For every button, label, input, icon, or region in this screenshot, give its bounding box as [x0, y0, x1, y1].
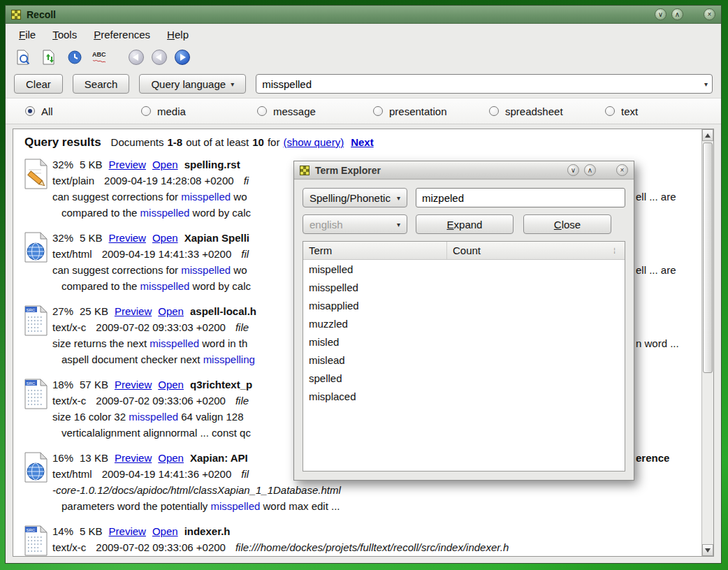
- maximize-button[interactable]: ∧: [671, 8, 683, 20]
- show-query-link[interactable]: (show query): [283, 136, 344, 148]
- arrow-left-icon: [156, 54, 161, 61]
- svg-text:SRC: SRC: [27, 528, 36, 532]
- expansion-mode-value: Spelling/Phonetic: [310, 192, 391, 204]
- scroll-up-button[interactable]: [702, 129, 713, 141]
- term-explorer-titlebar[interactable]: Term Explorer ∨ ∧ ×: [294, 161, 634, 180]
- maximize-button[interactable]: ∧: [584, 164, 596, 176]
- result-title: Xapian: API: [190, 452, 248, 464]
- radio-icon[interactable]: [257, 106, 267, 116]
- term-cell: misled: [303, 336, 446, 348]
- result-title-fragment: erence: [636, 450, 669, 466]
- chevron-down-icon: ▾: [397, 194, 400, 202]
- filter-all[interactable]: All: [25, 105, 141, 117]
- query-language-select[interactable]: Query language ▾: [139, 74, 246, 94]
- term-row[interactable]: mispelled: [303, 260, 625, 278]
- filter-label: spreadsheet: [505, 105, 563, 117]
- term-row[interactable]: misplaced: [303, 387, 625, 405]
- column-menu-icon[interactable]: ⁞: [613, 247, 625, 255]
- relevance-percent: 32%: [52, 232, 73, 244]
- results-scrollbar[interactable]: [701, 129, 713, 556]
- term-cell: muzzled: [303, 318, 446, 330]
- relevance-percent: 18%: [52, 379, 73, 390]
- term-explorer-window: Term Explorer ∨ ∧ × Spelling/Phonetic ▾ …: [293, 161, 634, 481]
- term-explorer-body: Spelling/Phonetic ▾ english ▾ Expand Clo…: [294, 180, 634, 480]
- term-input-field[interactable]: [416, 188, 625, 207]
- preview-link[interactable]: Preview: [115, 452, 152, 464]
- scroll-down-button[interactable]: [702, 544, 713, 556]
- term-row[interactable]: mislead: [303, 351, 625, 369]
- search-input[interactable]: [262, 78, 704, 90]
- radio-icon[interactable]: [373, 106, 383, 116]
- doc-url: fil: [241, 468, 249, 480]
- expand-button[interactable]: Expand: [416, 214, 514, 234]
- next-page-link[interactable]: Next: [351, 136, 374, 148]
- filter-text[interactable]: text: [605, 105, 721, 117]
- relevance-percent: 16%: [52, 452, 73, 464]
- search-button[interactable]: Search: [73, 74, 130, 94]
- titlebar[interactable]: Recoll ∨ ∧ ×: [6, 6, 721, 24]
- filter-label: All: [41, 105, 53, 117]
- update-index-icon[interactable]: [40, 48, 58, 66]
- term-row[interactable]: misled: [303, 332, 625, 351]
- radio-icon[interactable]: [141, 106, 151, 116]
- menu-file[interactable]: File: [13, 27, 42, 43]
- snippet-fragment: n word ...: [636, 335, 679, 351]
- shade-button[interactable]: ∨: [655, 8, 667, 20]
- open-link[interactable]: Open: [152, 525, 178, 537]
- clear-search-icon[interactable]: [14, 48, 32, 66]
- preview-link[interactable]: Preview: [115, 379, 152, 390]
- menu-help[interactable]: Help: [161, 27, 195, 43]
- chevron-down-icon[interactable]: ▾: [704, 80, 708, 88]
- term-cell: misspelled: [303, 282, 446, 293]
- term-column-header[interactable]: Term: [303, 244, 446, 256]
- scrollbar-track[interactable]: [702, 141, 713, 544]
- radio-icon[interactable]: [25, 106, 35, 116]
- file-size: 5 KB: [80, 232, 103, 244]
- preview-link[interactable]: Preview: [115, 305, 152, 317]
- radio-icon[interactable]: [489, 106, 499, 116]
- result-title: indexer.h: [184, 525, 231, 537]
- doc-date: 2009-04-19 14:41:36 +0200: [102, 468, 232, 480]
- toolbar: ABC: [6, 45, 721, 70]
- close-button[interactable]: ×: [616, 164, 628, 176]
- preview-link[interactable]: Preview: [109, 525, 146, 537]
- menu-preferences[interactable]: Preferences: [87, 27, 156, 43]
- filter-spreadsheet[interactable]: spreadsheet: [489, 105, 605, 117]
- filter-media[interactable]: media: [141, 105, 257, 117]
- term-row[interactable]: misspelled: [303, 278, 625, 296]
- svg-text:SRC: SRC: [27, 381, 36, 386]
- shade-button[interactable]: ∨: [567, 164, 579, 176]
- term-row[interactable]: spelled: [303, 369, 625, 387]
- query-combobox[interactable]: ▾: [256, 74, 713, 94]
- next-page-button[interactable]: [175, 50, 190, 65]
- relevance-percent: 32%: [52, 159, 73, 170]
- open-link[interactable]: Open: [152, 159, 178, 170]
- open-link[interactable]: Open: [158, 452, 184, 464]
- prev-page-button[interactable]: [129, 50, 144, 65]
- preview-link[interactable]: Preview: [109, 232, 146, 244]
- doc-url: file:///home/dockes/projets/fulltext/rec…: [235, 541, 509, 553]
- count-column-header[interactable]: Count: [446, 242, 613, 259]
- close-button[interactable]: ×: [704, 8, 715, 20]
- doc-url: file: [235, 395, 249, 407]
- preview-link[interactable]: Preview: [109, 159, 146, 170]
- prev-result-button[interactable]: [152, 50, 167, 65]
- expansion-mode-select[interactable]: Spelling/Phonetic ▾: [303, 188, 407, 207]
- term-row[interactable]: muzzled: [303, 314, 625, 332]
- open-link[interactable]: Open: [158, 379, 184, 390]
- file-size: 5 KB: [80, 159, 103, 170]
- clear-button[interactable]: Clear: [14, 74, 63, 94]
- history-icon[interactable]: [66, 48, 84, 66]
- menu-tools[interactable]: Tools: [46, 27, 83, 43]
- filter-presentation[interactable]: presentation: [373, 105, 489, 117]
- snippet-line: -core-1.0.12/docs/apidoc/html/classXapia…: [52, 482, 701, 498]
- scrollbar-thumb[interactable]: [703, 142, 713, 373]
- filter-message[interactable]: message: [257, 105, 373, 117]
- radio-icon[interactable]: [605, 106, 615, 116]
- close-dialog-button[interactable]: Close: [523, 214, 611, 234]
- open-link[interactable]: Open: [152, 232, 178, 244]
- open-link[interactable]: Open: [158, 305, 184, 317]
- term-row[interactable]: misapplied: [303, 296, 625, 314]
- term-explorer-icon[interactable]: ABC: [92, 48, 110, 66]
- term-input[interactable]: [422, 192, 619, 204]
